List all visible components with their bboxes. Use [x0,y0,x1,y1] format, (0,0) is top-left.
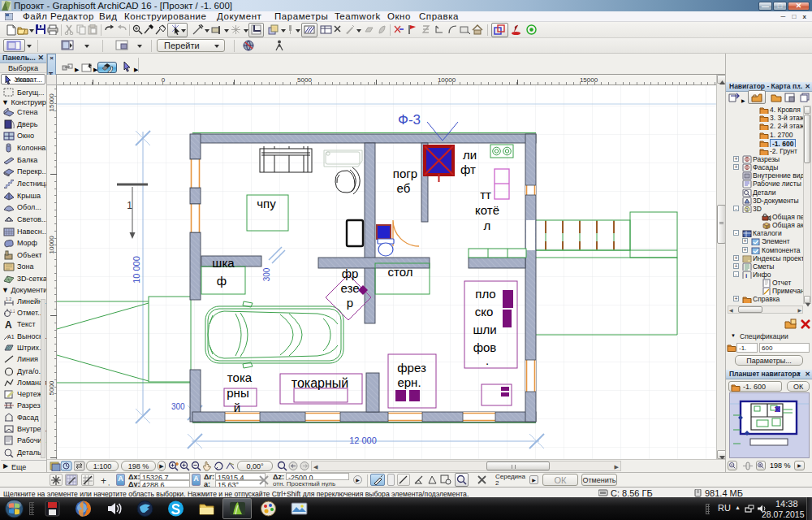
svg-text:ерн.: ерн. [397,375,421,389]
svg-text:чпу: чпу [257,197,276,210]
svg-text:езе: езе [340,281,359,295]
svg-text:тт: тт [480,188,491,202]
svg-text:A: A [5,319,12,329]
svg-text:фрез: фрез [397,361,426,375]
svg-text:шка: шка [212,256,235,270]
svg-text:300: 300 [171,402,185,411]
svg-text:Ф-3: Ф-3 [398,112,421,128]
svg-text:ли: ли [463,148,477,162]
svg-text:12 000: 12 000 [349,436,377,445]
svg-text:токарный: токарный [292,376,348,390]
svg-text:погр: погр [393,167,417,180]
svg-text:i: i [745,272,747,279]
svg-text:стол: стол [388,265,413,279]
svg-text:300: 300 [262,267,271,281]
svg-text:1: 1 [127,200,132,211]
svg-text:котё: котё [475,203,499,217]
svg-text:.: . [486,353,489,367]
svg-text:тока: тока [227,370,253,384]
svg-text:шли: шли [473,323,496,336]
svg-text:1.2: 1.2 [10,309,15,314]
svg-text:ф: ф [217,274,227,288]
svg-text:л: л [484,219,491,232]
svg-text:фов: фов [473,340,497,354]
svg-text:1.2: 1.2 [6,297,11,301]
svg-text:рны: рны [227,386,248,400]
svg-text:пло: пло [475,287,495,301]
svg-text:р: р [347,296,353,310]
svg-text:10 000: 10 000 [132,256,141,284]
svg-text:еб: еб [397,181,411,195]
svg-text:й: й [234,401,240,414]
svg-text:фр: фр [342,266,359,280]
svg-text:A1: A1 [7,334,15,340]
svg-text:ско: ско [475,305,494,318]
svg-text:фт: фт [460,162,476,176]
